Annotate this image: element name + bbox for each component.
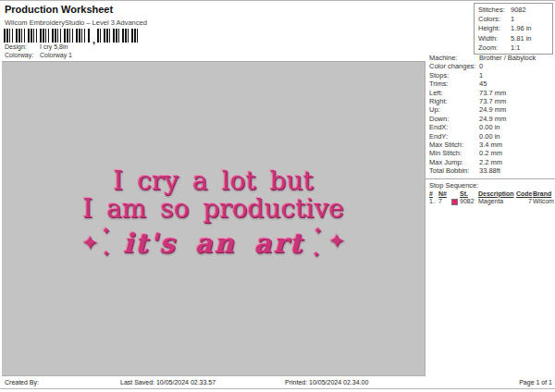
sparkle-icon: ✦ bbox=[102, 226, 110, 236]
created-by-label: Created By: bbox=[5, 379, 39, 386]
design-name-row: Design:I cry 5,8in bbox=[5, 43, 68, 50]
machine-row: EndX:0.00 in bbox=[426, 123, 555, 131]
machine-row: Stops:1 bbox=[426, 71, 555, 80]
machine-row: Machine:Brother / Babylock bbox=[426, 54, 555, 62]
barcode: , bbox=[4, 29, 140, 43]
machine-row: Max Jump:2.2 mm bbox=[426, 158, 555, 166]
machine-row: Color changes:0 bbox=[426, 62, 555, 70]
stat-colors: Colors:1 bbox=[478, 15, 552, 24]
cell-n: 7 bbox=[438, 198, 451, 206]
printed-label: Printed: 10/05/2024 02.34.00 bbox=[285, 379, 368, 386]
col-header-num: # bbox=[429, 190, 438, 199]
colorway-value: Colorway 1 bbox=[40, 52, 72, 58]
machine-row: Total Bobbin:33.88ft bbox=[426, 166, 555, 175]
machine-row: Max Stitch:3.4 mm bbox=[426, 141, 555, 149]
colorway-label: Colorway: bbox=[5, 52, 40, 58]
machine-info-panel: Machine:Brother / Babylock Color changes… bbox=[426, 54, 555, 206]
design-text-line2: I am so productive bbox=[2, 195, 425, 223]
stat-width: Width:5.81 in bbox=[478, 34, 552, 43]
design-text-line1: I cry a lot but bbox=[2, 167, 425, 195]
stat-stitches: Stitches:9082 bbox=[478, 6, 552, 15]
last-saved-label: Last Saved: 10/05/2024 02.33.57 bbox=[120, 379, 216, 386]
stop-sequence-title: Stop Sequence: bbox=[429, 181, 555, 190]
page-title: Production Worksheet bbox=[5, 4, 113, 15]
cell-st-count: 9082 bbox=[460, 198, 475, 206]
cell-st: 9082 bbox=[451, 198, 478, 206]
sparkle-icon: ✦ bbox=[314, 226, 322, 236]
stat-height: Height:1.96 in bbox=[478, 24, 552, 33]
col-header-code: Code bbox=[516, 190, 533, 199]
design-stats-box: Stitches:9082 Colors:1 Height:1.96 in Wi… bbox=[474, 3, 553, 55]
sparkle-cluster-right: ✦ ✦ ✦ bbox=[312, 226, 345, 261]
barcode-bars-right bbox=[97, 29, 140, 43]
design-canvas: I cry a lot but I am so productive ✦ ✦ ✦… bbox=[2, 61, 426, 376]
stat-zoom: Zoom:1:1 bbox=[478, 43, 552, 53]
col-header-brand: Brand bbox=[533, 190, 555, 199]
app-subtitle: Wilcom EmbroideryStudio – Level 3 Advanc… bbox=[5, 18, 147, 27]
sparkle-icon: ✦ bbox=[328, 231, 345, 251]
design-script-text: it's an art bbox=[123, 227, 303, 259]
barcode-separator: , bbox=[92, 37, 95, 43]
col-header-description: Description bbox=[478, 190, 516, 199]
cell-code: 7 bbox=[516, 198, 533, 206]
col-header-n: N# bbox=[438, 190, 451, 199]
machine-row: Right:73.7 mm bbox=[426, 97, 555, 105]
stop-sequence-header-row: # N# St. Description Code Brand bbox=[429, 190, 555, 199]
machine-row: EndY:0.00 in bbox=[426, 132, 555, 141]
sparkle-cluster-left: ✦ ✦ ✦ bbox=[81, 226, 115, 261]
production-worksheet-page: Production Worksheet Wilcom EmbroiderySt… bbox=[0, 0, 555, 392]
cell-description: Magenta bbox=[478, 198, 516, 206]
design-label: Design: bbox=[5, 43, 40, 50]
sparkle-icon: ✦ bbox=[103, 250, 110, 258]
design-text-line3: ✦ ✦ ✦ it's an art ✦ ✦ ✦ bbox=[2, 226, 425, 261]
page-number: Page 1 of 1 bbox=[519, 379, 552, 386]
cell-num: 1. bbox=[429, 198, 438, 206]
barcode-bars-left bbox=[4, 29, 91, 43]
sparkle-icon: ✦ bbox=[313, 251, 320, 259]
design-value: I cry 5,8in bbox=[40, 43, 68, 50]
sparkle-icon: ✦ bbox=[81, 233, 98, 253]
stop-sequence-row: 1. 7 9082 Magenta 7 Wilcom bbox=[429, 198, 555, 206]
thread-color-swatch bbox=[451, 199, 458, 205]
machine-row: Up:24.9 mm bbox=[426, 105, 555, 114]
cell-brand: Wilcom bbox=[533, 198, 555, 206]
stop-sequence-section: Stop Sequence: # N# St. Description Code… bbox=[426, 178, 555, 206]
colorway-row: Colorway:Colorway 1 bbox=[5, 52, 72, 58]
col-header-st: St. bbox=[451, 190, 478, 199]
machine-row: Min Stitch:0.2 mm bbox=[426, 149, 555, 157]
embroidery-design: I cry a lot but I am so productive ✦ ✦ ✦… bbox=[2, 167, 425, 261]
machine-row: Down:24.9 mm bbox=[426, 115, 555, 123]
footer: Created By: Last Saved: 10/05/2024 02.33… bbox=[0, 376, 555, 389]
machine-row: Trims:45 bbox=[426, 80, 555, 88]
machine-row: Left:73.7 mm bbox=[426, 89, 555, 97]
